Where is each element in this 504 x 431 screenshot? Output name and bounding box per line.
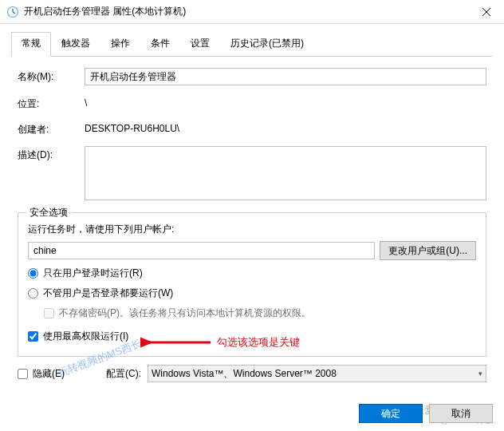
highest-priv-checkbox[interactable] <box>28 331 38 342</box>
tab-triggers[interactable]: 触发器 <box>51 32 100 56</box>
account-hint: 运行任务时，请使用下列用户帐户: <box>28 223 476 236</box>
desc-label: 描述(D): <box>18 146 85 162</box>
title-bar: 开机启动任务管理器 属性(本地计算机) <box>0 0 504 24</box>
tab-settings[interactable]: 设置 <box>180 32 220 56</box>
security-fieldset: 安全选项 运行任务时，请使用下列用户帐户: 更改用户或组(U)... 只在用户登… <box>18 212 486 357</box>
change-user-button[interactable]: 更改用户或组(U)... <box>380 241 476 260</box>
desc-textarea[interactable] <box>85 146 486 200</box>
radio-any[interactable]: 不管用户是否登录都要运行(W) <box>28 287 476 300</box>
hidden-row[interactable]: 隐藏(E) <box>18 367 65 381</box>
author-label: 创建者: <box>18 121 85 136</box>
name-label: 名称(M): <box>18 68 85 84</box>
name-input[interactable] <box>85 68 486 85</box>
hidden-label: 隐藏(E) <box>33 367 65 381</box>
footer-buttons: 确定 取消 <box>359 404 493 423</box>
radio-logged-on-input[interactable] <box>28 268 38 279</box>
account-input[interactable] <box>28 242 375 259</box>
app-icon <box>6 6 19 18</box>
config-value: Windows Vista™、Windows Server™ 2008 <box>152 367 337 381</box>
tab-conditions[interactable]: 条件 <box>140 32 180 56</box>
no-password-row: 不存储密码(P)。该任务将只有访问本地计算机资源的权限。 <box>44 306 476 320</box>
author-value: DESKTOP-RU6H0LU\ <box>85 121 486 134</box>
cancel-button[interactable]: 取消 <box>429 404 493 423</box>
ok-button[interactable]: 确定 <box>359 404 423 423</box>
close-icon <box>482 8 490 16</box>
no-password-label: 不存储密码(P)。该任务将只有访问本地计算机资源的权限。 <box>59 306 311 320</box>
hidden-checkbox[interactable] <box>18 369 28 379</box>
content-area: 常规 触发器 操作 条件 设置 历史记录(已禁用) 名称(M): 位置: \ 创… <box>0 24 504 382</box>
radio-any-label: 不管用户是否登录都要运行(W) <box>43 287 173 300</box>
window-title: 开机启动任务管理器 属性(本地计算机) <box>24 5 468 18</box>
no-password-checkbox <box>44 308 54 318</box>
radio-any-input[interactable] <box>28 288 38 299</box>
config-label: 配置(C): <box>106 367 141 381</box>
tab-history[interactable]: 历史记录(已禁用) <box>220 32 314 56</box>
radio-logged-on-label: 只在用户登录时运行(R) <box>43 267 143 280</box>
close-button[interactable] <box>468 0 504 24</box>
general-panel: 名称(M): 位置: \ 创建者: DESKTOP-RU6H0LU\ 描述(D)… <box>11 57 493 382</box>
tab-strip: 常规 触发器 操作 条件 设置 历史记录(已禁用) <box>11 32 493 57</box>
security-legend: 安全选项 <box>26 206 71 219</box>
radio-logged-on[interactable]: 只在用户登录时运行(R) <box>28 267 476 280</box>
highest-priv-row[interactable]: 使用最高权限运行(I) <box>28 330 476 343</box>
tab-general[interactable]: 常规 <box>11 32 51 57</box>
chevron-down-icon: ▾ <box>478 370 482 378</box>
highest-priv-label: 使用最高权限运行(I) <box>43 330 128 343</box>
location-value: \ <box>85 95 486 109</box>
config-select[interactable]: Windows Vista™、Windows Server™ 2008 ▾ <box>148 365 486 382</box>
location-label: 位置: <box>18 95 85 111</box>
tab-actions[interactable]: 操作 <box>100 32 140 56</box>
